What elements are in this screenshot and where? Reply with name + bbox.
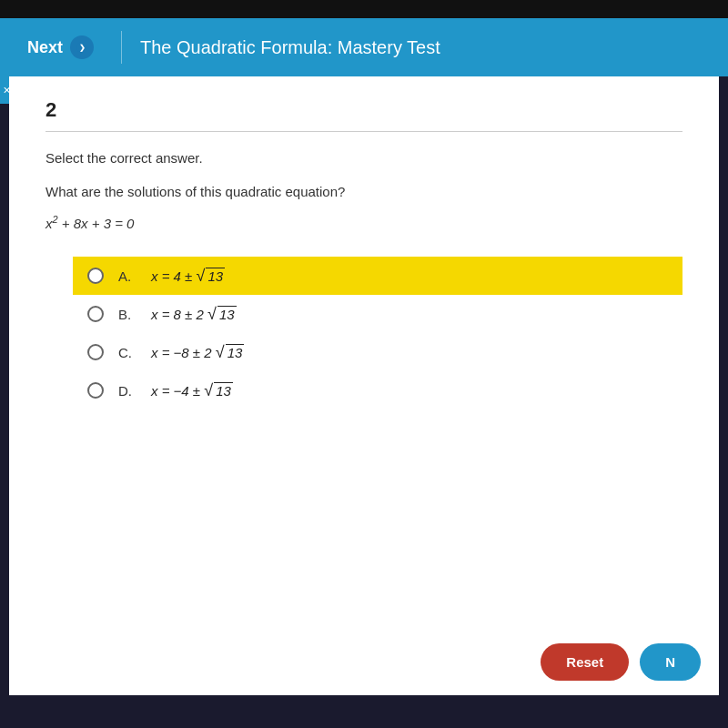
reset-button[interactable]: Reset — [541, 643, 629, 681]
choice-d-text: x = −4 ± √13 — [151, 382, 233, 399]
sqrt-symbol-d: √ — [204, 382, 213, 399]
radio-c — [87, 344, 104, 360]
sqrt-symbol-c: √ — [216, 344, 225, 360]
choice-a[interactable]: A. x = 4 ± √13 — [73, 257, 682, 295]
header-title: The Quadratic Formula: Mastery Test — [140, 37, 440, 58]
choice-c[interactable]: C. x = −8 ± 2 √13 — [73, 333, 682, 371]
question-text: What are the solutions of this quadratic… — [46, 184, 682, 199]
equation: x2 + 8x + 3 = 0 — [46, 214, 682, 231]
choice-b-label: B. — [118, 307, 136, 322]
choice-c-label: C. — [118, 345, 136, 360]
equation-text: x2 + 8x + 3 = 0 — [46, 216, 134, 231]
content-area: 2 Select the correct answer. What are th… — [9, 76, 719, 695]
sqrt-symbol-b: √ — [207, 306, 217, 322]
sqrt-content-c: 13 — [226, 344, 245, 360]
choice-b-text: x = 8 ± 2 √13 — [151, 306, 237, 322]
sqrt-content-a: 13 — [206, 268, 225, 284]
question-number: 2 — [46, 98, 682, 132]
sqrt-content-b: 13 — [217, 306, 237, 322]
choice-a-text: x = 4 ± √13 — [151, 268, 225, 284]
svg-text:❯: ❯ — [79, 44, 86, 52]
choice-c-text: x = −8 ± 2 √13 — [151, 344, 244, 360]
next-label: Next — [27, 38, 63, 57]
instructions: Select the correct answer. — [46, 150, 682, 166]
choice-a-label: A. — [118, 268, 136, 284]
radio-b — [87, 306, 104, 322]
sqrt-c: √13 — [216, 344, 245, 360]
sqrt-a: √13 — [197, 268, 226, 284]
sqrt-content-d: 13 — [214, 382, 233, 399]
radio-d — [87, 382, 104, 399]
next-bottom-button[interactable]: N — [640, 643, 701, 681]
sqrt-b: √13 — [207, 306, 237, 322]
radio-a — [87, 268, 104, 284]
next-icon: ❯ — [70, 35, 94, 59]
choice-d[interactable]: D. x = −4 ± √13 — [73, 371, 682, 410]
next-button[interactable]: Next ❯ — [18, 30, 103, 65]
header: Next ❯ The Quadratic Formula: Mastery Te… — [0, 18, 728, 76]
choices-container: A. x = 4 ± √13 B. x = 8 ± 2 √13 C. — [46, 257, 682, 410]
sqrt-symbol-a: √ — [197, 268, 206, 284]
top-bar — [0, 0, 728, 18]
header-divider — [121, 31, 122, 64]
choice-d-label: D. — [118, 383, 136, 399]
choice-b[interactable]: B. x = 8 ± 2 √13 — [73, 295, 682, 333]
sqrt-d: √13 — [204, 382, 233, 399]
bottom-bar: Reset N — [541, 643, 701, 681]
